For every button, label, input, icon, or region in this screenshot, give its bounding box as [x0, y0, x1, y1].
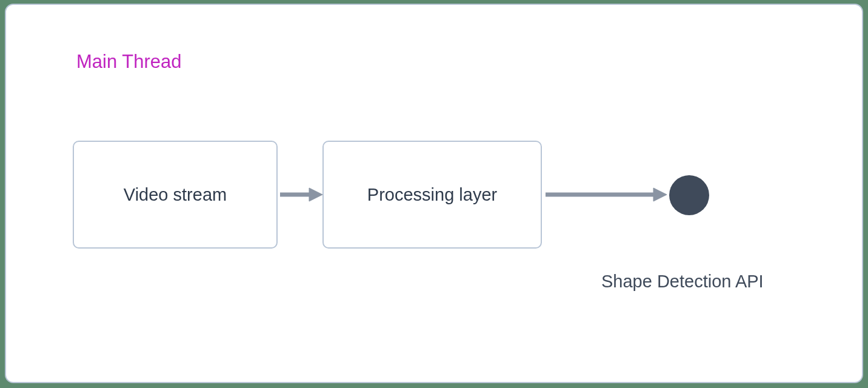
node-video-stream-label: Video stream: [124, 185, 227, 205]
node-shape-detection-dot: [669, 175, 709, 215]
node-video-stream: Video stream: [73, 141, 278, 249]
diagram-canvas: Main Thread Video stream Processing laye…: [5, 4, 863, 383]
node-processing-layer: Processing layer: [322, 141, 542, 249]
node-processing-layer-label: Processing layer: [367, 185, 497, 205]
node-shape-detection-label: Shape Detection API: [601, 272, 764, 292]
section-title: Main Thread: [76, 51, 181, 73]
svg-marker-1: [309, 188, 322, 201]
arrow-icon: [546, 187, 667, 202]
svg-marker-3: [653, 188, 667, 201]
arrow-icon: [280, 187, 322, 202]
